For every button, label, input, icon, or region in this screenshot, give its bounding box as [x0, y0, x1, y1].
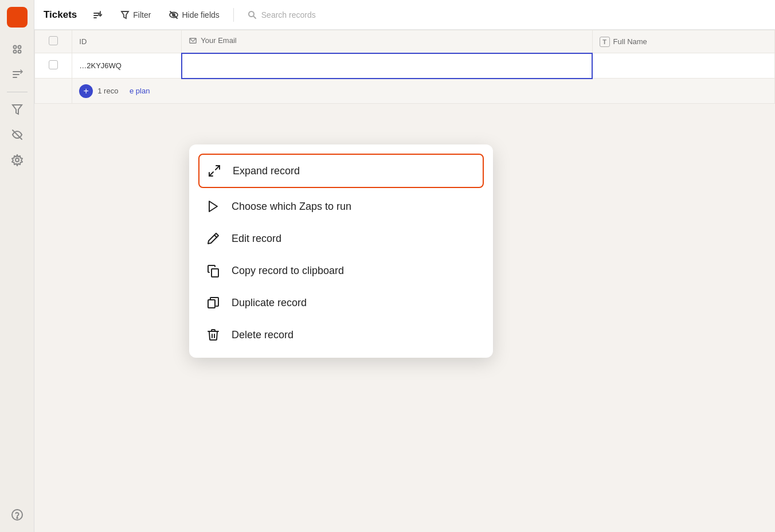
apps-icon[interactable]	[7, 39, 28, 60]
svg-line-21	[253, 16, 256, 18]
help-icon[interactable]	[7, 504, 28, 525]
svg-marker-7	[13, 105, 22, 114]
hide-fields-button[interactable]: Hide fields	[165, 8, 224, 22]
row-email-cell[interactable]	[182, 53, 592, 79]
add-record-label: 1 reco	[97, 87, 118, 95]
add-record-checkbox-cell	[35, 79, 72, 104]
copy-icon	[205, 263, 221, 279]
search-bar[interactable]: Search records	[243, 8, 320, 22]
hide-fields-label: Hide fields	[182, 10, 219, 19]
sidebar-bottom	[7, 504, 28, 525]
add-record-circle[interactable]: +	[79, 84, 93, 98]
menu-item-expand-label: Expand record	[233, 165, 300, 177]
add-record-cell[interactable]: + 1 reco e plan	[72, 79, 775, 104]
col-header-email: Your Email	[182, 30, 592, 53]
menu-item-edit[interactable]: Edit record	[189, 222, 493, 255]
svg-line-26	[214, 235, 217, 237]
svg-rect-27	[212, 269, 218, 277]
add-record-row[interactable]: + 1 reco e plan	[35, 79, 775, 104]
records-table: ID Your Email T	[34, 30, 775, 104]
menu-item-duplicate[interactable]: Duplicate record	[189, 287, 493, 319]
search-placeholder: Search records	[261, 10, 316, 19]
edit-icon	[205, 230, 221, 247]
filter-button[interactable]: Filter	[116, 8, 155, 22]
row-checkbox[interactable]	[49, 60, 58, 69]
header: Tickets Filter Hide fi	[34, 0, 775, 30]
svg-point-1	[18, 46, 21, 49]
svg-point-9	[15, 158, 19, 162]
svg-rect-28	[208, 300, 215, 308]
sidebar-divider-1	[7, 92, 28, 92]
delete-icon	[205, 327, 221, 343]
menu-item-delete-label: Delete record	[232, 329, 293, 341]
main-content: Tickets Filter Hide fi	[34, 0, 775, 532]
add-sort-button[interactable]	[88, 8, 107, 22]
menu-item-expand[interactable]: Expand record	[198, 154, 484, 188]
table-row[interactable]: …2KYJ6WQ	[35, 53, 775, 79]
filter-icon[interactable]	[7, 99, 28, 120]
text-type-icon: T	[600, 37, 610, 47]
row-id-cell: …2KYJ6WQ	[72, 53, 182, 79]
svg-point-11	[17, 518, 18, 519]
svg-point-0	[13, 46, 16, 49]
menu-item-edit-label: Edit record	[232, 233, 281, 245]
sidebar	[0, 0, 34, 532]
svg-marker-25	[209, 201, 217, 212]
add-record-button[interactable]: + 1 reco e plan	[79, 84, 768, 98]
expand-icon	[206, 163, 222, 179]
col-header-id: ID	[72, 30, 182, 53]
table-area: ID Your Email T	[34, 30, 775, 532]
app-logo[interactable]	[7, 7, 28, 28]
svg-marker-16	[122, 11, 128, 18]
header-divider	[233, 8, 234, 22]
menu-item-zaps[interactable]: Choose which Zaps to run	[189, 190, 493, 222]
svg-point-3	[18, 50, 21, 53]
duplicate-icon	[205, 295, 221, 311]
row-name-cell[interactable]	[592, 53, 774, 79]
filter-label: Filter	[133, 10, 151, 19]
col-header-name: T Full Name	[592, 30, 774, 53]
menu-item-copy[interactable]: Copy record to clipboard	[189, 255, 493, 287]
settings-icon[interactable]	[7, 150, 28, 170]
sort-icon[interactable]	[7, 64, 28, 85]
play-icon	[205, 198, 221, 214]
col-header-checkbox[interactable]	[35, 30, 72, 53]
svg-line-23	[216, 166, 220, 170]
svg-line-24	[209, 172, 213, 176]
select-all-checkbox[interactable]	[49, 36, 58, 45]
row-checkbox-cell[interactable]	[35, 53, 72, 79]
menu-item-delete[interactable]: Delete record	[189, 319, 493, 351]
menu-item-zaps-label: Choose which Zaps to run	[232, 201, 351, 213]
menu-item-duplicate-label: Duplicate record	[232, 297, 307, 309]
page-title: Tickets	[44, 9, 77, 21]
context-menu: Expand record Choose which Zaps to run	[189, 144, 493, 358]
hide-fields-icon[interactable]	[7, 124, 28, 145]
upgrade-link[interactable]: e plan	[130, 87, 150, 95]
svg-point-2	[13, 50, 16, 53]
menu-item-copy-label: Copy record to clipboard	[232, 265, 344, 277]
